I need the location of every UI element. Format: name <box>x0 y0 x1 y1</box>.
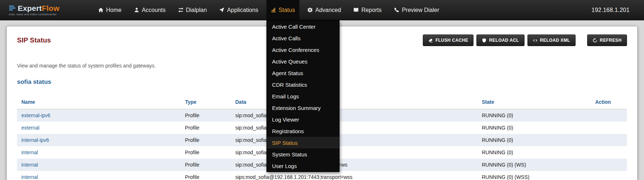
button-label: FLUSH CACHE <box>435 38 468 43</box>
nav-item-reports[interactable]: Reports <box>349 0 386 20</box>
code-icon <box>533 38 538 43</box>
nav-item-label: Dialplan <box>186 7 207 13</box>
reload-acl-button[interactable]: RELOAD ACL <box>476 34 524 46</box>
menu-item-cdr-statistics[interactable]: CDR Statistics <box>267 79 339 90</box>
flush-cache-button[interactable]: FLUSH CACHE <box>423 34 473 46</box>
nav-item-dialplan[interactable]: Dialplan <box>174 0 211 20</box>
profile-link[interactable]: internal-ipv6 <box>21 137 49 143</box>
profile-link[interactable]: external <box>21 125 39 131</box>
action-cell <box>595 146 627 159</box>
profile-link[interactable]: external-ipv6 <box>21 112 50 118</box>
menu-item-user-logs[interactable]: User Logs <box>267 160 339 172</box>
nav-item-label: Reports <box>361 7 382 13</box>
logo[interactable]: ExpertFlow chat, voice and video contact… <box>9 4 77 16</box>
menu-item-registrations[interactable]: Registrations <box>267 125 339 137</box>
profile-state: RUNNING (0) <box>482 150 513 155</box>
reload-xml-button[interactable]: RELOAD XML <box>527 34 576 46</box>
screen: ExpertFlow chat, voice and video contact… <box>0 0 644 180</box>
profile-state: RUNNING (0) (WS) <box>482 162 526 168</box>
logo-text-flow: Flow <box>42 4 60 12</box>
action-cell <box>595 122 627 134</box>
profile-data: sip:mod_sofia <box>235 150 266 155</box>
logo-row: ExpertFlow <box>9 4 77 12</box>
nav-item-home[interactable]: Home <box>94 0 126 20</box>
status-dropdown-menu: Active Call CenterActive CallsActive Con… <box>266 20 340 172</box>
nav-item-label: Home <box>106 7 122 13</box>
refresh-button[interactable]: REFRESH <box>587 34 627 46</box>
column-header-type[interactable]: Type <box>185 95 235 109</box>
menu-item-log-viewer[interactable]: Log Viewer <box>267 114 339 125</box>
logo-tagline: chat, voice and video contactcenter <box>9 13 77 16</box>
menu-item-active-calls[interactable]: Active Calls <box>267 32 339 44</box>
eraser-icon <box>428 38 433 43</box>
shield-icon <box>482 38 487 43</box>
nav-item-preview-dialer[interactable]: Preview Dialer <box>390 0 443 20</box>
user-icon <box>134 7 139 13</box>
logo-bars-icon <box>9 4 16 12</box>
profile-state: RUNNING (0) <box>482 137 513 143</box>
menu-item-email-logs[interactable]: Email Logs <box>267 90 339 102</box>
profile-data: sip:mod_sofia <box>235 137 266 143</box>
profile-type: Profile <box>185 150 199 155</box>
table-row: internalProfilesips:mod_sofia@192.168.1.… <box>17 171 627 180</box>
menu-item-extension-summary[interactable]: Extension Summary <box>267 102 339 114</box>
menu-item-system-status[interactable]: System Status <box>267 148 339 160</box>
menu-item-active-call-center[interactable]: Active Call Center <box>267 21 339 32</box>
action-cell <box>595 159 627 171</box>
nav-item-label: Preview Dialer <box>402 7 439 13</box>
menu-item-agent-status[interactable]: Agent Status <box>267 67 339 79</box>
paper-plane-icon <box>219 7 224 13</box>
profile-state: RUNNING (0) (WSS) <box>482 174 529 180</box>
nav-item-advanced[interactable]: Advanced <box>303 0 345 20</box>
column-header-state[interactable]: State <box>482 95 595 109</box>
bar-chart-icon <box>271 7 276 13</box>
server-address: 192.168.1.201 <box>592 7 630 13</box>
profile-type: Profile <box>185 137 199 143</box>
button-label: RELOAD ACL <box>489 38 519 43</box>
profile-type: Profile <box>185 174 199 180</box>
menu-item-active-queues[interactable]: Active Queues <box>267 56 339 67</box>
profile-link[interactable]: internal <box>21 150 38 155</box>
logo-text: ExpertFlow <box>18 4 59 12</box>
button-label: REFRESH <box>600 38 622 43</box>
nav-item-applications[interactable]: Applications <box>215 0 262 20</box>
nav-item-label: Status <box>279 7 295 13</box>
refresh-icon <box>593 38 597 43</box>
action-cell <box>595 109 627 122</box>
main-nav: HomeAccountsDialplanApplicationsStatusAc… <box>94 0 443 20</box>
profile-type: Profile <box>185 112 199 118</box>
top-nav-bar: ExpertFlow chat, voice and video contact… <box>0 0 644 20</box>
profile-type: Profile <box>185 162 199 168</box>
menu-item-sip-status[interactable]: SIP Status <box>267 137 339 148</box>
home-icon <box>98 7 104 13</box>
action-cell <box>595 134 627 146</box>
logo-text-expert: Expert <box>18 4 42 12</box>
toolbar: FLUSH CACHERELOAD ACLRELOAD XMLREFRESH <box>423 34 627 46</box>
book-icon <box>353 7 359 13</box>
nav-item-label: Applications <box>227 7 258 13</box>
nav-item-status[interactable]: StatusActive Call CenterActive CallsActi… <box>266 0 299 20</box>
gear-icon <box>307 7 313 13</box>
phone-icon <box>394 7 399 13</box>
profile-data: sip:mod_sofia <box>235 112 266 118</box>
swap-arrows-icon <box>178 7 184 13</box>
menu-item-active-conferences[interactable]: Active Conferences <box>267 44 339 56</box>
button-label: RELOAD XML <box>540 38 570 43</box>
profile-type: Profile <box>185 125 199 131</box>
column-header-action[interactable]: Action <box>595 95 627 109</box>
profile-state: RUNNING (0) <box>482 125 513 131</box>
profile-state: RUNNING (0) <box>482 112 513 118</box>
page-title: SIP Status <box>17 36 51 44</box>
action-cell <box>595 171 627 180</box>
nav-item-label: Advanced <box>315 7 341 13</box>
column-header-name[interactable]: Name <box>17 95 185 109</box>
nav-item-label: Accounts <box>142 7 166 13</box>
nav-item-accounts[interactable]: Accounts <box>130 0 170 20</box>
profile-link[interactable]: internal <box>21 174 38 180</box>
profile-link[interactable]: internal <box>21 162 38 168</box>
profile-data: sips:mod_sofia@192.168.1.201:7443;transp… <box>235 174 353 180</box>
